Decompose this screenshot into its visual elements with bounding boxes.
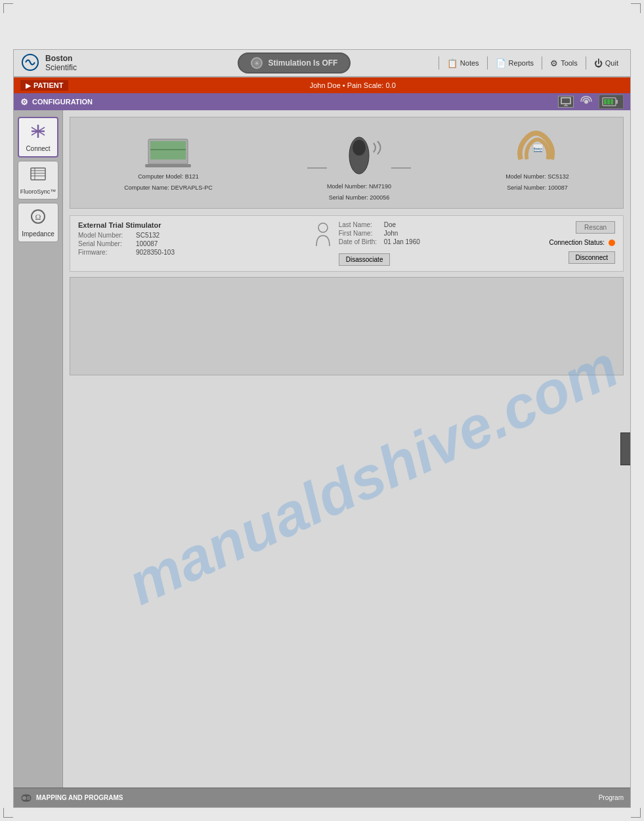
notes-button[interactable]: 📋 Notes: [442, 56, 484, 71]
reports-label: Reports: [509, 59, 534, 67]
connection-status-label: Connection Status:: [549, 239, 605, 246]
impedance-icon: Ω: [28, 207, 48, 229]
computer-model-label: Computer Model: B121: [138, 173, 199, 181]
mapping-icon: [20, 793, 32, 803]
dob-row: Date of Birth: 01 Jan 1960: [339, 238, 523, 245]
computer-graphic: [142, 124, 194, 170]
device-firmware-value: 9028350-103: [136, 249, 175, 256]
last-name-label: Last Name:: [339, 221, 381, 228]
connection-status-area: Rescan Connection Status: Disconnect: [549, 221, 616, 264]
tools-label: Tools: [561, 59, 578, 67]
reports-button[interactable]: 📄 Reports: [490, 56, 540, 71]
device-info-panel: External Trial Stimulator Model Number: …: [70, 215, 624, 272]
quit-button[interactable]: ⏻ Quit: [589, 56, 624, 71]
svg-rect-7: [604, 99, 607, 104]
device-firmware-label: Firmware:: [78, 249, 131, 256]
signal-icon: [579, 96, 593, 108]
bs-device-graphic: Boston Scientific: [511, 124, 564, 170]
dob-value: 01 Jan 1960: [384, 238, 420, 245]
nav-separator-3: [542, 56, 542, 70]
pain-scale-label: Pain Scale:: [347, 81, 384, 89]
bs-model-label: Model Number: SC5132: [505, 173, 569, 181]
comm-icon[interactable]: [599, 95, 624, 109]
program-label: Program: [599, 794, 624, 801]
nav-separator-4: [586, 56, 586, 70]
lower-empty-area: [70, 277, 624, 375]
device-model-value: SC5132: [136, 232, 160, 239]
bs-device: Boston Scientific Model Number: SC5132 S…: [505, 124, 569, 192]
patient-info-section: Last Name: Doe First Name: John Date of …: [314, 221, 523, 266]
patient-icon-area: [314, 221, 332, 247]
svg-point-30: [22, 796, 26, 800]
monitor-icon[interactable]: [558, 96, 574, 108]
watermark: manualdshive.com: [129, 189, 617, 761]
logo-text: Boston Scientific: [45, 54, 77, 72]
patient-bar: ▶ PATIENT John Doe • Pain Scale: 0.0: [14, 77, 630, 93]
fluorosync-label: FluoroSync™: [20, 188, 56, 195]
first-name-value: John: [384, 230, 398, 237]
device-serial-label: Serial Number:: [78, 240, 131, 247]
config-right-icons: [558, 95, 624, 109]
conn-line-right: [391, 167, 411, 169]
header-bar: Boston Scientific ✳ Stimulation Is OFF 📋…: [14, 50, 630, 77]
computer-device: Computer Model: B121 Computer Name: DEVR…: [124, 124, 213, 192]
svg-text:Scientific: Scientific: [533, 150, 542, 153]
fluorosync-button[interactable]: FluoroSync™: [18, 161, 58, 200]
device-firmware-row: Firmware: 9028350-103: [78, 249, 288, 256]
svg-rect-8: [607, 99, 610, 104]
disconnect-button[interactable]: Disconnect: [569, 251, 615, 264]
stimulation-toggle[interactable]: ✳ Stimulation Is OFF: [238, 53, 351, 74]
mapping-programs-label: MAPPING AND PROGRAMS: [20, 793, 123, 803]
svg-rect-21: [145, 164, 191, 167]
bs-serial-label: Serial Number: 100087: [507, 184, 568, 192]
center-panel: manualdshive.com: [63, 110, 630, 788]
last-name-row: Last Name: Doe: [339, 221, 523, 228]
main-content: Connect FluoroSync™: [14, 110, 630, 788]
fluorosync-icon: [28, 165, 48, 187]
conn-line-left: [307, 167, 327, 169]
device-serial-row: Serial Number: 100087: [78, 240, 288, 247]
device-info-left: External Trial Stimulator Model Number: …: [78, 221, 288, 257]
device-title: External Trial Stimulator: [78, 221, 288, 229]
disassociate-button[interactable]: Disassociate: [339, 253, 391, 266]
stimulator-graphic: [333, 134, 385, 180]
tools-button[interactable]: ⚙ Tools: [545, 56, 583, 71]
svg-rect-12: [31, 168, 45, 180]
config-label: ⚙ CONFIGURATION: [20, 97, 93, 107]
device-model-label: Model Number:: [78, 232, 131, 239]
config-label-text: CONFIGURATION: [32, 98, 93, 106]
connection-status-row: Connection Status:: [549, 239, 616, 246]
svg-point-28: [318, 223, 328, 232]
logo-area: Boston Scientific: [20, 53, 152, 74]
app-window: Boston Scientific ✳ Stimulation Is OFF 📋…: [13, 49, 631, 808]
status-dot: [609, 240, 615, 246]
patient-label-text: PATIENT: [33, 81, 63, 89]
svg-rect-22: [150, 149, 186, 150]
impedance-button[interactable]: Ω Impedance: [18, 203, 58, 242]
connect-button[interactable]: Connect: [18, 117, 58, 158]
device-model-row: Model Number: SC5132: [78, 232, 288, 239]
last-name-value: Doe: [384, 221, 396, 228]
computer-name-label: Computer Name: DEVRAPLS-PC: [124, 184, 213, 192]
nav-separator-2: [487, 56, 488, 70]
connect-label: Connect: [26, 145, 50, 152]
patient-icon: ▶: [26, 82, 31, 89]
rescan-button[interactable]: Rescan: [576, 221, 615, 234]
right-thumb-tab[interactable]: [620, 432, 630, 465]
stimulation-badge: ✳ Stimulation Is OFF: [152, 53, 437, 74]
first-name-label: First Name:: [339, 230, 381, 237]
stim-icon: ✳: [251, 57, 263, 69]
pain-scale-value: 0.0: [385, 81, 395, 89]
svg-point-4: [584, 100, 588, 104]
connect-icon: [28, 122, 48, 144]
stimulation-status-text: Stimulation Is OFF: [268, 58, 337, 68]
nav-separator-1: [439, 56, 439, 70]
quit-icon: ⏻: [594, 58, 603, 68]
stimulator-model-label: Model Number: NM7190: [327, 182, 391, 191]
svg-rect-31: [27, 796, 30, 800]
device-info-row: External Trial Stimulator Model Number: …: [78, 221, 615, 266]
bottom-bar: MAPPING AND PROGRAMS Program: [14, 788, 630, 807]
reports-icon: 📄: [496, 58, 506, 68]
nav-buttons: 📋 Notes 📄 Reports ⚙ Tools ⏻ Quit: [437, 56, 624, 71]
dob-label: Date of Birth:: [339, 238, 381, 245]
